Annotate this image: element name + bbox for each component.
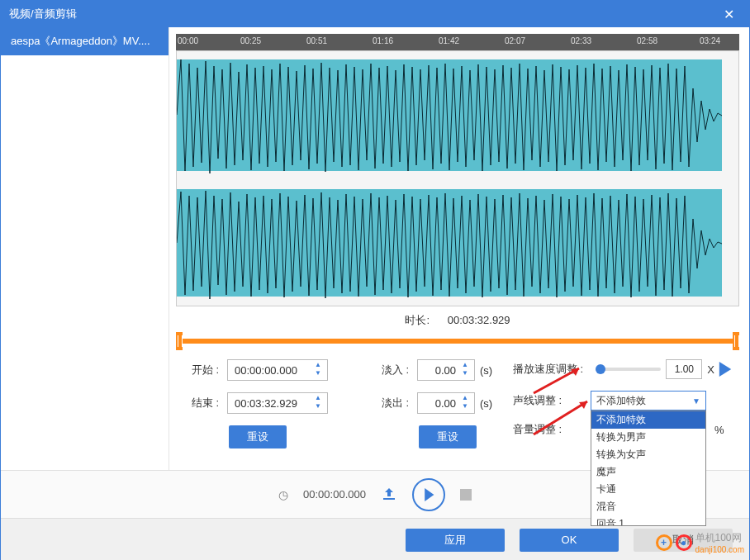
spinner-down-icon[interactable]: ▼ — [312, 370, 324, 378]
voice-option[interactable]: 回音 1 — [591, 515, 705, 526]
voice-dropdown[interactable]: 不添加特效 ▼ — [591, 391, 706, 411]
volume-unit: % — [714, 424, 724, 436]
ruler-tick: 00:25 — [240, 36, 261, 45]
start-label: 开始 : — [183, 363, 219, 377]
waveform-right-channel — [177, 179, 738, 306]
watermark: + ● 单机100网 danji100.com — [656, 531, 744, 554]
ruler-tick: 02:58 — [637, 36, 657, 45]
speed-x: X — [707, 363, 714, 376]
range-track — [181, 339, 734, 344]
preview-play-icon[interactable] — [718, 362, 733, 377]
start-time-input[interactable]: 00:00:00.000 ▲▼ — [227, 359, 328, 381]
ruler-tick: 02:33 — [571, 36, 591, 45]
apply-button[interactable]: 应用 — [406, 529, 505, 552]
svg-marker-5 — [425, 488, 434, 501]
duration-value: 00:03:32.929 — [448, 314, 510, 326]
fadeout-unit: (s) — [480, 397, 492, 410]
ruler-tick: 01:42 — [439, 36, 459, 45]
speed-slider-knob[interactable] — [596, 364, 605, 374]
clock-icon: ◷ — [278, 488, 288, 501]
duration-label: 时长: — [405, 314, 430, 326]
voice-dropdown-list: 不添加特效 转换为男声 转换为女声 魔声 卡通 混音 回音 1 回音 2 — [591, 411, 706, 526]
ruler-tick: 01:16 — [373, 36, 393, 45]
main-panel: 00:00 00:25 00:51 01:16 01:42 02:07 02:3… — [169, 27, 749, 470]
spinner-down-icon[interactable]: ▼ — [459, 370, 471, 378]
end-time-input[interactable]: 00:03:32.929 ▲▼ — [227, 392, 328, 414]
ruler-tick: 00:51 — [306, 36, 327, 45]
timeline-ruler[interactable]: 00:00 00:25 00:51 01:16 01:42 02:07 02:3… — [176, 34, 739, 50]
fadein-label: 淡入 : — [373, 363, 409, 377]
sidebar: aespa《Armageddon》MV.... — [1, 27, 169, 470]
spinner-down-icon[interactable]: ▼ — [459, 403, 471, 411]
voice-option[interactable]: 混音 — [591, 498, 705, 515]
voice-option[interactable]: 转换为男声 — [591, 429, 705, 446]
chevron-down-icon: ▼ — [692, 396, 700, 406]
ruler-tick: 02:07 — [505, 36, 525, 45]
voice-label: 声线调整 : — [513, 393, 586, 408]
volume-label: 音量调整 : — [513, 422, 586, 437]
stop-button[interactable] — [460, 489, 472, 501]
fadeout-input[interactable]: 0.00 ▲▼ — [417, 392, 475, 414]
reset-time-button[interactable]: 重设 — [229, 425, 287, 448]
voice-option[interactable]: 不添加特效 — [591, 411, 705, 429]
speed-slider[interactable] — [596, 368, 661, 371]
duration-row: 时长: 00:03:32.929 — [176, 306, 739, 331]
waveform-left-channel — [177, 51, 738, 179]
close-icon[interactable]: ✕ — [716, 7, 741, 22]
reset-fade-button[interactable]: 重设 — [419, 425, 477, 448]
watermark-icon: ● — [676, 534, 692, 551]
titlebar: 视频/音频剪辑 ✕ — [1, 1, 749, 27]
watermark-icon: + — [656, 534, 672, 551]
speed-value[interactable]: 1.00 — [666, 359, 702, 379]
fadein-unit: (s) — [480, 364, 492, 377]
range-slider[interactable] — [176, 335, 739, 348]
window-title: 视频/音频剪辑 — [9, 7, 716, 21]
fadeout-label: 淡出 : — [373, 396, 409, 411]
end-label: 结束 : — [183, 396, 219, 411]
range-handle-end[interactable] — [733, 332, 739, 350]
ok-button[interactable]: OK — [520, 529, 619, 552]
speed-label: 播放速度调整 : — [513, 362, 586, 377]
waveform-display[interactable] — [176, 50, 739, 306]
svg-marker-4 — [719, 362, 731, 377]
spinner-down-icon[interactable]: ▼ — [312, 403, 324, 411]
ruler-tick: 00:00 — [178, 36, 198, 45]
sidebar-item-file[interactable]: aespa《Armageddon》MV.... — [1, 27, 169, 55]
voice-option[interactable]: 魔声 — [591, 463, 705, 481]
playback-time: 00:00:00.000 — [303, 488, 366, 501]
ruler-tick: 03:24 — [700, 36, 720, 45]
fadein-input[interactable]: 0.00 ▲▼ — [417, 359, 475, 381]
voice-option[interactable]: 卡通 — [591, 481, 705, 498]
voice-option[interactable]: 转换为女声 — [591, 446, 705, 463]
export-icon[interactable] — [381, 486, 397, 503]
range-handle-start[interactable] — [176, 332, 183, 350]
play-button[interactable] — [412, 478, 445, 511]
